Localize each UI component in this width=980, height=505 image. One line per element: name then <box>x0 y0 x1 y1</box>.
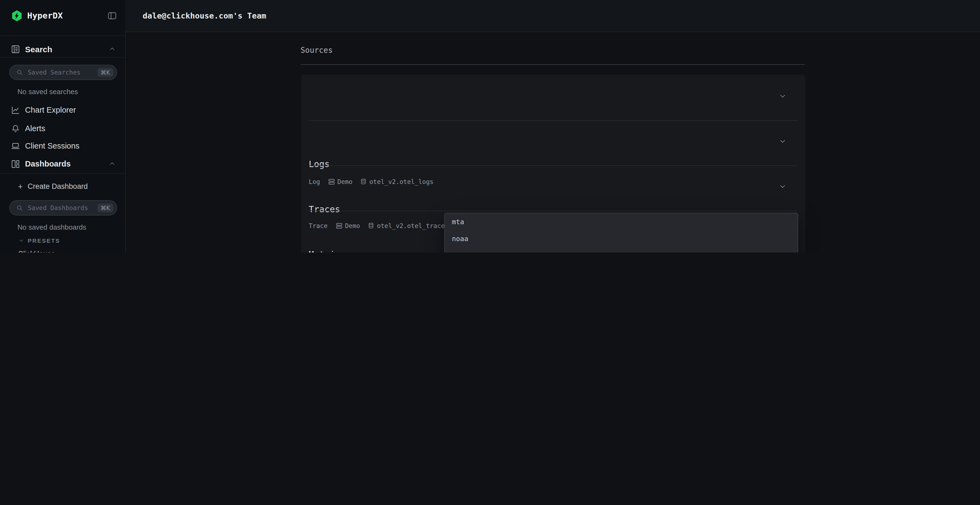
chevron-down-icon[interactable] <box>779 138 786 145</box>
sidebar-item-label: Chart Explorer <box>25 106 76 114</box>
database-icon <box>361 178 367 185</box>
bell-icon <box>11 124 20 133</box>
source-kind: Trace <box>309 222 328 229</box>
source-meta-traces: Trace Demo otel_v2.otel_traces <box>309 221 449 230</box>
page-title: dale@clickhouse.com's Team <box>143 0 266 32</box>
laptop-icon <box>11 141 20 151</box>
dropdown-option-noaa[interactable]: noaa <box>452 235 468 243</box>
database-icon <box>368 222 374 229</box>
saved-dashboards-field[interactable] <box>27 203 97 212</box>
sidebar-item-alerts[interactable]: Alerts <box>11 124 115 133</box>
brand-name: HyperDX <box>27 11 63 21</box>
search-icon <box>16 205 23 211</box>
sidebar-item-chart-explorer[interactable]: Chart Explorer <box>11 105 115 115</box>
saved-searches-field[interactable] <box>27 68 97 77</box>
sources-heading: Sources <box>301 46 332 54</box>
sidebar-item-label: Search <box>25 44 52 54</box>
source-table: otel_v2.otel_logs <box>369 178 433 185</box>
shortcut-badge: ⌘K <box>97 203 113 212</box>
hyperdx-app: HyperDX Search ⌘K No saved sear <box>0 0 980 252</box>
source-section-title-logs: Logs <box>309 159 330 170</box>
create-dashboard-label: Create Dashboard <box>28 182 88 190</box>
sidebar-item-search[interactable]: Search <box>11 39 115 59</box>
divider <box>309 211 797 211</box>
create-dashboard-button[interactable]: + Create Dashboard <box>18 181 116 191</box>
sidebar-item-label: Alerts <box>25 124 45 133</box>
presets-label: PRESETS <box>28 237 60 244</box>
dropdown-option-nyc-taxi[interactable]: nyc_taxi <box>452 251 485 252</box>
search-section-icon <box>11 44 20 54</box>
dropdown-option-mta[interactable]: mta <box>452 218 464 226</box>
option-label: nyc_taxi <box>452 251 485 252</box>
saved-searches-input[interactable]: ⌘K <box>9 65 117 80</box>
presets-toggle[interactable]: PRESETS <box>19 236 60 245</box>
chevron-up-icon <box>109 160 115 167</box>
source-meta-logs: Log Demo otel_v2.otel_logs <box>309 178 433 186</box>
option-label: mta <box>452 218 464 226</box>
chevron-down-icon <box>19 238 24 243</box>
hyperdx-logo-icon <box>11 10 23 22</box>
no-saved-searches-text: No saved searches <box>18 87 78 96</box>
source-section-title-metrics: Metrics <box>309 249 345 252</box>
source-connection: Demo <box>345 222 360 229</box>
source-section-title-traces: Traces <box>309 204 340 215</box>
search-icon <box>16 69 23 76</box>
divider <box>0 35 125 36</box>
saved-dashboards-input[interactable]: ⌘K <box>9 200 117 216</box>
chart-icon <box>11 105 20 114</box>
source-connection: Demo <box>337 178 353 185</box>
divider <box>309 165 797 166</box>
sidebar: HyperDX Search ⌘K No saved sear <box>0 0 126 252</box>
chevron-down-icon[interactable] <box>779 92 786 100</box>
divider <box>0 173 125 173</box>
chevron-up-icon <box>109 46 115 52</box>
divider <box>0 57 125 58</box>
divider <box>301 64 805 65</box>
source-kind: Log <box>309 178 320 185</box>
collapse-sidebar-icon[interactable] <box>108 11 116 20</box>
server-icon <box>328 178 335 185</box>
sidebar-item-label: Dashboards <box>25 159 71 168</box>
shortcut-badge: ⌘K <box>97 68 113 77</box>
database-dropdown-menu: mta noaa nyc_taxi nypd ontime opensky ot… <box>444 213 798 252</box>
sidebar-item-client-sessions[interactable]: Client Sessions <box>11 141 115 151</box>
brand-row: HyperDX <box>11 7 116 24</box>
divider <box>309 120 797 121</box>
server-icon <box>336 222 342 229</box>
sidebar-item-clickhouse-preset[interactable]: ClickHouse <box>18 249 55 252</box>
no-saved-dashboards-text: No saved dashboards <box>18 222 86 231</box>
source-table: otel_v2.otel_traces <box>377 222 449 229</box>
dashboards-icon <box>11 159 20 168</box>
sidebar-item-dashboards[interactable]: Dashboards <box>11 159 115 169</box>
plus-icon: + <box>18 182 23 190</box>
chevron-down-icon[interactable] <box>779 183 786 190</box>
option-label: noaa <box>452 235 468 243</box>
topbar: dale@clickhouse.com's Team <box>125 0 980 32</box>
sidebar-item-label: Client Sessions <box>25 141 80 150</box>
